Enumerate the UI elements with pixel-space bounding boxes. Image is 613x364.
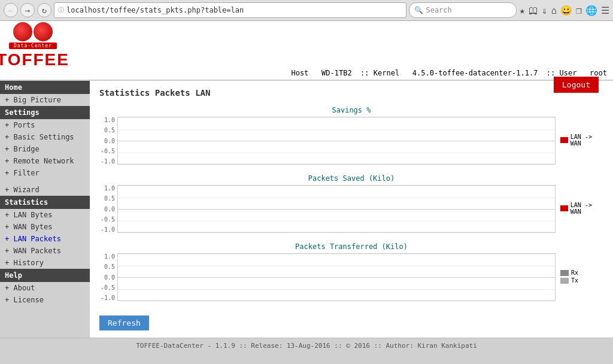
grid-line-top-3 <box>118 254 555 254</box>
chart-savings-area: 1.0 0.5 0.0 -0.5 -1.0 LAN -> WAN <box>99 117 603 165</box>
address-bar[interactable]: ⓘ localhost/toffee/stats_pkts.php?table=… <box>54 2 406 18</box>
grid-line-1-2 <box>118 198 555 198</box>
sidebar-item-wan-bytes[interactable]: + WAN Bytes <box>0 221 90 233</box>
back-button[interactable]: ← <box>4 3 18 17</box>
bookmark-star-icon[interactable]: ★ <box>519 5 525 16</box>
download-icon[interactable]: ⇓ <box>542 5 548 16</box>
toolbar-icons: ★ 🕮 ⇓ ⌂ 😀 ❒ 🌐 ☰ <box>519 5 609 16</box>
sidebar-item-remote-network[interactable]: + Remote Network <box>0 155 90 167</box>
sidebar-help-header: Help <box>0 269 90 282</box>
page-footer: TOFFEE-DataCenter - 1.1.9 :: Release: 13… <box>0 338 613 353</box>
chart-savings-y-axis: 1.0 0.5 0.0 -0.5 -1.0 <box>99 117 117 165</box>
legend-item-rx: Rx <box>560 269 578 276</box>
logo-graphic: Data-Center TOFFEE <box>6 25 60 66</box>
logout-button[interactable]: Logout <box>554 77 599 93</box>
chart-packets-saved-area: 1.0 0.5 0.0 -0.5 -1.0 LAN -> WAN <box>99 185 603 233</box>
chart-packets-transferred-y-axis: 1.0 0.5 0.0 -0.5 -1.0 <box>99 253 117 301</box>
chart-packets-saved-legend: LAN -> WAN <box>556 185 603 233</box>
kernel-value: 4.5.0-toffee-datacenter-1.1.7 <box>412 69 538 77</box>
grid-line-3-2 <box>118 221 555 222</box>
logo-circle-left <box>13 22 32 41</box>
grid-line-1-3 <box>118 266 555 266</box>
logo-circles <box>13 22 53 41</box>
bookmark-icon[interactable]: 🕮 <box>529 5 538 16</box>
chart-packets-transferred-body <box>117 253 556 301</box>
home-icon[interactable]: ⌂ <box>551 5 557 16</box>
grid-line-3-3 <box>118 289 555 290</box>
legend-label-rx: Rx <box>571 269 578 276</box>
url-text: localhost/toffee/stats_pkts.php?table=la… <box>66 6 244 14</box>
search-icon: 🔍 <box>414 6 423 14</box>
kernel-label: Kernel <box>374 69 399 77</box>
sidebar-item-wizard[interactable]: + Wizard <box>0 184 90 196</box>
legend-item-tx: Tx <box>560 277 578 284</box>
sidebar-item-bridge[interactable]: + Bridge <box>0 143 90 155</box>
sidebar-divider-1 <box>0 179 90 184</box>
grid-line-bottom-2 <box>118 232 555 232</box>
grid-line-zero <box>118 141 555 141</box>
grid-line-bottom <box>118 163 555 164</box>
search-bar[interactable]: 🔍 Search <box>409 2 517 18</box>
chart-savings-title: Savings % <box>99 106 603 114</box>
legend-label-lan-wan-2: LAN -> WAN <box>570 202 603 215</box>
header-top: Data-Center TOFFEE Logout <box>0 21 613 66</box>
sidebar-settings-header: Settings <box>0 106 90 119</box>
sidebar-statistics-header: Statistics <box>0 196 90 209</box>
legend-label-tx: Tx <box>571 277 578 284</box>
host-label: Host <box>291 69 308 77</box>
host-value: WD-1TB2 <box>321 69 352 77</box>
header-meta: Host WD-1TB2 :: Kernel 4.5.0-toffee-data… <box>0 66 613 80</box>
chart-packets-transferred-area: 1.0 0.5 0.0 -0.5 -1.0 Rx <box>99 253 603 301</box>
sidebar-item-filter[interactable]: + Filter <box>0 167 90 179</box>
grid-line-bottom-3 <box>118 300 555 301</box>
sidebar-item-wan-packets[interactable]: + WAN Packets <box>0 245 90 257</box>
sidebar-item-lan-bytes[interactable]: + LAN Bytes <box>0 209 90 221</box>
legend-color-rx <box>560 270 569 276</box>
sidebar-item-basic-settings[interactable]: + Basic Settings <box>0 131 90 143</box>
chart-packets-transferred-legend: Rx Tx <box>556 253 603 301</box>
user-label: User <box>559 69 576 77</box>
grid-line-top <box>118 117 555 118</box>
chart-savings-legend: LAN -> WAN <box>556 117 603 165</box>
footer-text: TOFFEE-DataCenter - 1.1.9 :: Release: 13… <box>136 342 477 350</box>
pocket-icon[interactable]: ❒ <box>576 5 582 16</box>
chart-packets-transferred-title: Packets Transferred (Kilo) <box>99 242 603 251</box>
logo-band: Data-Center <box>9 43 57 49</box>
browser-chrome: ← → ↻ ⓘ localhost/toffee/stats_pkts.php?… <box>0 0 613 21</box>
chart-savings-body <box>117 117 556 165</box>
logo-circle-right <box>34 22 53 41</box>
grid-line-1 <box>118 129 555 130</box>
reload-button[interactable]: ↻ <box>37 3 51 17</box>
firefox-icon[interactable]: 🌐 <box>585 5 597 16</box>
search-placeholder: Search <box>426 6 451 14</box>
refresh-button[interactable]: Refresh <box>99 316 149 330</box>
chart-packets-transferred: Packets Transferred (Kilo) 1.0 0.5 0.0 -… <box>99 242 603 301</box>
sidebar-item-history[interactable]: + History <box>0 257 90 269</box>
chart-packets-saved-y-axis: 1.0 0.5 0.0 -0.5 -1.0 <box>99 185 117 233</box>
forward-button[interactable]: → <box>20 3 35 17</box>
legend-color-red-2 <box>560 205 568 211</box>
sidebar-item-lan-packets[interactable]: + LAN Packets <box>0 233 90 245</box>
logo-area: Data-Center TOFFEE <box>6 25 60 66</box>
legend-item-lan-wan-2: LAN -> WAN <box>560 202 603 215</box>
sidebar-item-about[interactable]: + About <box>0 282 90 294</box>
menu-icon[interactable]: ☰ <box>601 5 609 16</box>
grid-line-top-2 <box>118 186 555 186</box>
logo-text: TOFFEE <box>0 50 69 69</box>
chart-packets-saved-body <box>117 185 556 233</box>
sidebar-item-ports[interactable]: + Ports <box>0 119 90 131</box>
page-title: Statistics Packets LAN <box>99 88 603 98</box>
lock-icon: ⓘ <box>58 6 64 14</box>
sidebar-item-big-picture[interactable]: + Big Picture <box>0 94 90 106</box>
grid-line-3 <box>118 153 555 153</box>
sidebar-item-license[interactable]: + License <box>0 294 90 306</box>
legend-item-lan-wan: LAN -> WAN <box>560 134 603 147</box>
user-value: root <box>590 69 607 77</box>
grid-line-zero-3 <box>118 277 555 278</box>
emoji-icon[interactable]: 😀 <box>560 5 572 16</box>
chart-packets-saved-title: Packets Saved (Kilo) <box>99 174 603 183</box>
grid-line-zero-2 <box>118 209 555 210</box>
chart-packets-saved: Packets Saved (Kilo) 1.0 0.5 0.0 -0.5 -1… <box>99 174 603 233</box>
header-wrapper: Data-Center TOFFEE Logout Host WD-1TB2 :… <box>0 21 613 81</box>
legend-label-lan-wan: LAN -> WAN <box>570 134 603 147</box>
